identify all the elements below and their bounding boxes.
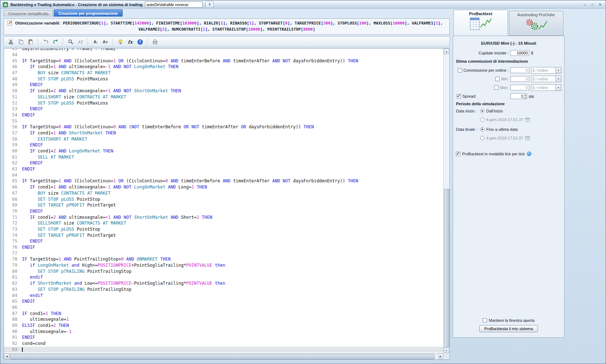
code-line-45[interactable]: 45IF TargetStop=0 AND (CicloContinuo=1 O… (4, 58, 443, 64)
tab-creazione-semplificata[interactable]: Creazione semplificata (4, 10, 53, 17)
code-line-68[interactable]: 68 SET STOP pLOSS PointStop (4, 196, 443, 203)
spin-up-icon[interactable]: ▲ (524, 94, 527, 96)
code-line-51[interactable]: 51 SELLSHORT size CONTRACTS AT MARKET (4, 94, 443, 100)
paste-button[interactable] (26, 37, 35, 46)
code-line-83[interactable]: 83 SET STOP pTRAILING PointTrailingStop (4, 287, 443, 293)
calendar-icon[interactable] (525, 117, 530, 122)
commission-unit-select[interactable]: $ / ordine ▼ (531, 67, 561, 74)
end-to-last-radio[interactable] (480, 127, 484, 132)
copy-button[interactable] (17, 37, 25, 46)
code-line-86[interactable]: 86 (4, 305, 443, 311)
code-area[interactable]: 43daysForbiddenEntry = frame1 : frame244… (4, 49, 443, 353)
code-line-63[interactable]: 63ENDIF (4, 166, 443, 172)
code-line-64[interactable]: 64 (4, 172, 443, 178)
code-line-80[interactable]: 80 SET STOP pTRAILING PointTrailingStop (4, 268, 443, 275)
end-date-radio[interactable] (480, 136, 484, 140)
spin-down-icon[interactable]: ▼ (524, 96, 527, 99)
code-line-60[interactable]: 60 IF cond1=2 AND LongOnMarket THEN (4, 148, 443, 154)
spread-stepper[interactable]: ▲▼ (510, 93, 527, 99)
tab-probacktest[interactable]: ProBacktest (453, 10, 508, 36)
search-button[interactable] (66, 37, 75, 46)
code-line-53[interactable]: 53 ENDIF (4, 106, 443, 112)
code-line-89[interactable]: 89ELSIF cond1=2 THEN (4, 323, 443, 329)
spread-checkbox[interactable] (457, 94, 461, 98)
spread-spinner[interactable]: ▲▼ (524, 94, 527, 99)
code-line-72[interactable]: 72 SELLSHORT size CONTRACTS AT MARKET (4, 220, 443, 226)
code-line-55[interactable]: 55 (4, 118, 443, 124)
undo-button[interactable] (41, 37, 50, 46)
horizontal-scrollbar-thumb[interactable] (10, 354, 435, 359)
code-line-91[interactable]: 91ENDIF (4, 334, 443, 341)
code-line-74[interactable]: 74 SET TARGET pPROFIT PointTarget (4, 232, 443, 239)
code-line-85[interactable]: 85ENDIF (4, 298, 443, 305)
code-line-61[interactable]: 61 SELL AT MARKET (4, 154, 443, 160)
code-line-43[interactable]: 43daysForbiddenEntry = frame1 : frame2 (4, 49, 443, 52)
close-button[interactable]: × (597, 2, 603, 7)
commission-max-checkbox[interactable] (494, 85, 499, 90)
code-line-70[interactable]: 70 ENDIF (4, 208, 443, 214)
code-line-47[interactable]: 47 BUY size CONTRACTS AT MARKET (4, 70, 443, 76)
code-line-92[interactable]: 92cond=cond (4, 341, 443, 347)
cut-button[interactable] (7, 37, 16, 46)
code-line-69[interactable]: 69 SET TARGET pPROFIT PointTarget (4, 202, 443, 208)
code-line-81[interactable]: 81 endif (4, 274, 443, 280)
code-line-73[interactable]: 73 SET STOP pLOSS PointStop (4, 226, 443, 232)
code-line-90[interactable]: 90 ultimosegnale=-1 (4, 329, 443, 335)
code-line-50[interactable]: 50 IF cond1=2 AND ultimosegnale=+1 AND N… (4, 88, 443, 94)
print-button[interactable] (151, 37, 159, 46)
increase-font-button[interactable]: A+ (101, 37, 110, 46)
vertical-scrollbar-thumb[interactable] (444, 189, 449, 347)
code-line-77[interactable]: 77 (4, 250, 443, 257)
commission-max-input[interactable] (510, 85, 529, 90)
commission-checkbox[interactable] (458, 68, 462, 72)
code-line-65[interactable]: 65IF TargetStop=1 AND (CicloContinuo=1 O… (4, 178, 443, 184)
code-editor[interactable]: 43daysForbiddenEntry = frame1 : frame244… (4, 48, 450, 360)
code-line-58[interactable]: 58 EXITSHORT AT MARKET (4, 136, 443, 142)
maximize-button[interactable]: □ (589, 2, 596, 7)
code-line-54[interactable]: 54ENDIF (4, 112, 443, 118)
keep-open-checkbox[interactable] (483, 318, 487, 323)
suggestion-button[interactable] (116, 37, 125, 46)
scroll-right-arrow[interactable]: ▶ (438, 354, 443, 359)
code-line-52[interactable]: 52 SET STOP pLOSS PointMaxLoss (4, 100, 443, 106)
code-line-84[interactable]: 84 endif (4, 293, 443, 299)
code-line-62[interactable]: 62 ENDIF (4, 160, 443, 166)
code-line-75[interactable]: 75 ENDIF (4, 238, 443, 244)
scroll-left-arrow[interactable]: ◀ (4, 354, 9, 359)
code-line-44[interactable]: 44 (4, 52, 443, 58)
code-line-78[interactable]: 78IF TargetStop=1 AND PointTrailingStop>… (4, 256, 443, 262)
redo-button[interactable] (51, 37, 60, 46)
code-line-79[interactable]: 79 if LongOnMarket and High>=POSITIONPRI… (4, 262, 443, 268)
minimize-button[interactable]: ─ (582, 2, 588, 7)
start-date-radio[interactable] (480, 117, 484, 122)
decrease-font-button[interactable]: A- (91, 37, 100, 46)
commission-min-input[interactable] (510, 76, 529, 82)
start-from-beginning-radio[interactable] (480, 109, 484, 113)
code-line-46[interactable]: 46 IF cond1=1 AND ultimosegnale=-1 AND N… (4, 64, 443, 70)
vertical-scrollbar[interactable]: ▲ ▼ (443, 49, 449, 353)
system-name-input[interactable] (145, 1, 203, 8)
run-backtest-button[interactable]: ProBacktesta il mio sistema (479, 325, 537, 332)
code-line-87[interactable]: 87IF cond1=1 THEN (4, 311, 443, 317)
code-line-56[interactable]: 56IF TargetStop=0 AND (CicloContinuo=0 A… (4, 124, 443, 130)
tick-mode-checkbox[interactable] (456, 152, 460, 156)
capital-input[interactable] (510, 50, 529, 56)
calendar-icon[interactable] (525, 136, 530, 141)
code-line-48[interactable]: 48 SET STOP pLOSS PointMaxLoss (4, 76, 443, 82)
code-line-49[interactable]: 49 ENDIF (4, 82, 443, 88)
commission-min-unit-select[interactable]: $ / ordine ▼ (531, 76, 561, 82)
code-line-82[interactable]: 82 if ShortOnMarket and Low<=POSITIONPRI… (4, 280, 443, 287)
code-line-93[interactable]: 93 (4, 347, 443, 353)
system-name-help-button[interactable]: ? (205, 1, 214, 8)
scroll-up-arrow[interactable]: ▲ (444, 49, 449, 54)
code-line-88[interactable]: 88 ultimosegnale=1 (4, 316, 443, 323)
commission-min-checkbox[interactable] (495, 77, 500, 81)
code-line-67[interactable]: 67 BUY size CONTRACTS AT MARKET (4, 190, 443, 196)
insert-function-button[interactable]: fx (126, 37, 135, 46)
code-line-66[interactable]: 66 IF cond1=1 AND ultimosegnale=-1 AND N… (4, 184, 443, 190)
scroll-down-arrow[interactable]: ▼ (444, 348, 449, 353)
code-line-59[interactable]: 59 ENDIF (4, 142, 443, 148)
help-button[interactable]: ? (136, 37, 144, 46)
spread-input[interactable] (511, 94, 524, 99)
code-line-71[interactable]: 71 IF cond1=2 AND ultimosegnale=+1 AND N… (4, 214, 443, 221)
